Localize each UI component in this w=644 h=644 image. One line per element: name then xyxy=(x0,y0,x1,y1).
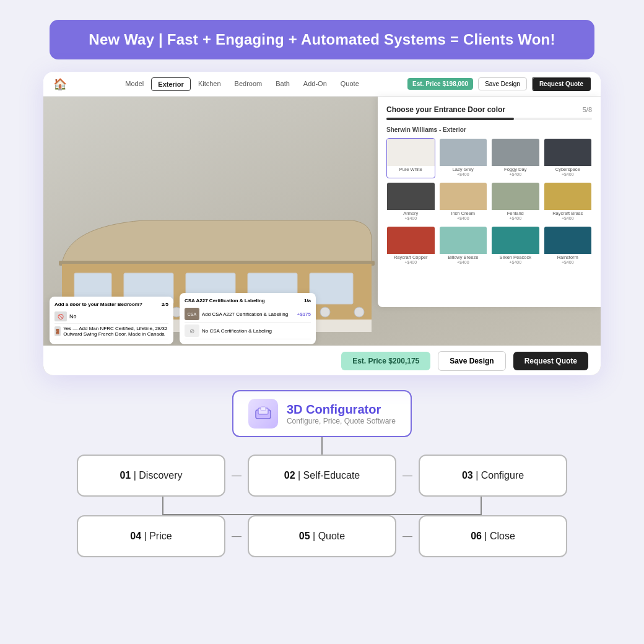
configurator-icon-wrap xyxy=(248,399,278,429)
color-panel-header: Choose your Entrance Door color 5/8 xyxy=(386,105,592,114)
configurator-subtitle: Configure, Price, Quote Software xyxy=(287,417,396,425)
app-body: Choose your Entrance Door color 5/8 Sher… xyxy=(43,97,601,375)
color-swatch-fenland[interactable]: Fenland +$400 xyxy=(491,182,540,222)
door-yes-icon: 🚪 xyxy=(54,326,61,336)
flow-node-04-label: Price xyxy=(149,531,172,542)
color-swatch-silken-peacock[interactable]: Silken Peacock +$400 xyxy=(491,226,540,266)
overlay-mid-header: CSA A227 Certification & Labeling 1/a xyxy=(185,298,311,303)
flow-node-02-label: Self-Educate xyxy=(303,470,360,481)
csa-no-label: No CSA Certification & Labeling xyxy=(202,328,272,334)
flow-node-05-label: Quote xyxy=(318,531,346,542)
csa-yes-label: Add CSA A227 Certification & Labelling xyxy=(202,311,288,317)
configurator-title: 3D Configurator xyxy=(287,402,396,417)
app-logo-icon: 🏠 xyxy=(53,77,67,91)
color-brand-label: Sherwin Williams - Exterior xyxy=(386,126,592,133)
nav-tab-quote[interactable]: Quote xyxy=(334,77,365,91)
nav-price-badge: Est. Price $198,000 xyxy=(407,78,473,90)
flow-diagram: 3D Configurator Configure, Price, Quote … xyxy=(43,390,601,557)
est-price-button[interactable]: Est. Price $200,175 xyxy=(341,352,430,370)
flow-node-06: 06 | Close xyxy=(419,515,567,557)
flow-node-04: 04 | Price xyxy=(77,515,225,557)
configurator-icon xyxy=(255,405,272,422)
overlay-left-title: Add a door to your Master Bedroom? xyxy=(54,302,142,307)
row-connector-left xyxy=(162,497,163,515)
flow-arrow-2-3: — xyxy=(396,470,419,481)
flow-arrow-4-5: — xyxy=(225,531,248,542)
nav-save-button[interactable]: Save Design xyxy=(478,77,527,90)
app-logo: 🏠 xyxy=(53,77,67,91)
nav-tab-model[interactable]: Model xyxy=(119,77,150,91)
bottom-action-bar: Est. Price $200,175 Save Design Request … xyxy=(43,346,601,375)
color-swatch-raycraft-copper[interactable]: Raycraft Copper +$400 xyxy=(386,226,435,266)
configurator-box: 3D Configurator Configure, Price, Quote … xyxy=(232,390,412,437)
color-swatch-rainstorm[interactable]: Rainstorm +$400 xyxy=(544,226,593,266)
color-swatch-armory[interactable]: Armory +$400 xyxy=(386,182,435,222)
overlay-option-no[interactable]: 🚫 No xyxy=(54,310,168,324)
nav-right: Est. Price $198,000 Save Design Request … xyxy=(407,77,591,91)
color-panel: Choose your Entrance Door color 5/8 Sher… xyxy=(378,97,601,307)
svg-rect-15 xyxy=(261,407,266,411)
overlay-option-yes[interactable]: 🚪 Yes — Add Man NFRC Certified, Lifetine… xyxy=(54,324,168,339)
overlay-mid-title: CSA A227 Certification & Labeling xyxy=(185,298,265,303)
flow-node-06-num: 06 xyxy=(471,531,482,542)
color-grid: Pure White Lazy Grey +$400 Foggy Day +$4… xyxy=(386,138,592,266)
nav-tab-kitchen[interactable]: Kitchen xyxy=(192,77,227,91)
color-panel-step: 5/8 xyxy=(583,106,592,113)
row-connector xyxy=(88,497,556,515)
csa-no-icon: ⊘ xyxy=(185,324,199,337)
flow-node-03: 03 | Configure xyxy=(419,455,567,497)
color-swatch-billowy-breeze[interactable]: Billowy Breeze +$400 xyxy=(439,226,488,266)
connector-down xyxy=(321,437,323,455)
flow-node-05: 05 | Quote xyxy=(248,515,396,557)
color-swatch-pure-white[interactable]: Pure White xyxy=(386,138,435,178)
save-design-button[interactable]: Save Design xyxy=(438,351,505,371)
overlay-mid-step: 1/a xyxy=(304,298,311,303)
overlay-left: Add a door to your Master Bedroom? 2/5 🚫… xyxy=(50,297,173,344)
app-screenshot: 🏠 Model Exterior Kitchen Bedroom Bath Ad… xyxy=(43,72,601,375)
color-swatch-lazy-grey[interactable]: Lazy Grey +$400 xyxy=(439,138,488,178)
row-connector-line xyxy=(162,514,482,515)
color-swatch-foggy-day[interactable]: Foggy Day +$400 xyxy=(491,138,540,178)
option-no-label: No xyxy=(69,313,77,320)
flow-arrow-1-2: — xyxy=(225,470,248,481)
overlay-mid: CSA A227 Certification & Labeling 1/a CS… xyxy=(180,293,316,344)
nav-tab-bath[interactable]: Bath xyxy=(269,77,296,91)
flow-row-2: 04 | Price — 05 | Quote — 06 | Close xyxy=(77,515,567,557)
svg-rect-7 xyxy=(310,273,353,304)
flow-node-01-label: Discovery xyxy=(139,470,182,481)
flow-node-06-label: Close xyxy=(490,531,515,542)
request-quote-button[interactable]: Request Quote xyxy=(513,352,588,370)
header-banner-text: New Way | Fast + Engaging + Automated Sy… xyxy=(72,31,572,48)
color-swatch-cyberspace[interactable]: Cyberspace +$400 xyxy=(544,138,593,178)
configurator-text: 3D Configurator Configure, Price, Quote … xyxy=(287,402,396,425)
flow-node-05-num: 05 xyxy=(299,531,310,542)
door-no-icon: 🚫 xyxy=(54,311,67,321)
nav-request-button[interactable]: Request Quote xyxy=(532,77,591,91)
flow-node-02: 02 | Self-Educate xyxy=(248,455,396,497)
flow-node-01: 01 | Discovery xyxy=(77,455,225,497)
color-progress-fill xyxy=(386,118,514,120)
nav-tab-addon[interactable]: Add-On xyxy=(297,77,333,91)
csa-yes-icon: CSA xyxy=(185,308,199,320)
overlay-csa-no[interactable]: ⊘ No CSA Certification & Labeling xyxy=(185,323,311,339)
option-yes-label: Yes — Add Man NFRC Certified, Lifetine, … xyxy=(63,326,168,337)
flow-node-02-num: 02 xyxy=(284,470,295,481)
svg-point-12 xyxy=(354,307,364,317)
flow-node-04-num: 04 xyxy=(130,531,141,542)
color-panel-title: Choose your Entrance Door color xyxy=(386,105,505,114)
flow-node-03-num: 03 xyxy=(462,470,473,481)
color-progress-bar xyxy=(386,118,592,120)
svg-point-11 xyxy=(320,307,330,317)
overlay-csa-yes[interactable]: CSA Add CSA A227 Certification & Labelli… xyxy=(185,306,311,323)
nav-tab-exterior[interactable]: Exterior xyxy=(151,77,191,91)
nav-tabs: Model Exterior Kitchen Bedroom Bath Add-… xyxy=(79,77,405,91)
flow-node-01-num: 01 xyxy=(120,470,131,481)
color-swatch-raycraft-brass[interactable]: Raycraft Brass +$400 xyxy=(544,182,593,222)
overlay-left-header: Add a door to your Master Bedroom? 2/5 xyxy=(54,302,168,307)
flow-row-1: 01 | Discovery — 02 | Self-Educate — 03 … xyxy=(77,455,567,497)
color-swatch-irish-cream[interactable]: Irish Cream +$400 xyxy=(439,182,488,222)
header-banner: New Way | Fast + Engaging + Automated Sy… xyxy=(50,20,594,59)
row-connector-right xyxy=(481,497,482,515)
nav-tab-bedroom[interactable]: Bedroom xyxy=(228,77,269,91)
flow-arrow-5-6: — xyxy=(396,531,419,542)
